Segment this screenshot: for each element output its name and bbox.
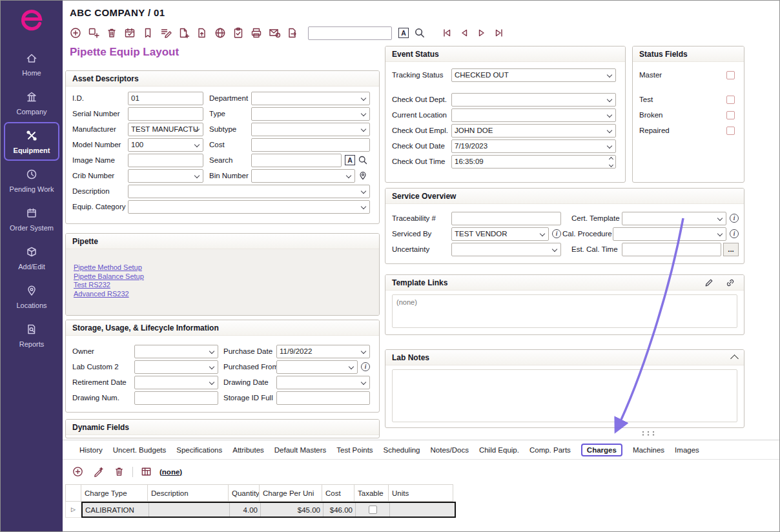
sidebar-item-order-system[interactable]: Order System	[4, 200, 59, 238]
owner-select[interactable]	[134, 345, 218, 358]
tab-history[interactable]: History	[79, 446, 103, 454]
auto-create-wand-icon[interactable]	[91, 464, 106, 479]
check-out-empl-select[interactable]: JOHN DOE	[451, 124, 616, 138]
charges-row-cells[interactable]: CALIBRATION 4.00 $45.00 $46.00	[81, 502, 456, 518]
department-select[interactable]	[251, 92, 370, 105]
print-icon[interactable]	[249, 26, 263, 41]
grid-views-icon[interactable]	[139, 464, 154, 479]
tab-child-equip[interactable]: Child Equip.	[479, 446, 519, 454]
match-case-icon[interactable]: A	[345, 155, 355, 165]
purchased-from-select[interactable]	[276, 360, 358, 374]
bookmark-icon[interactable]	[140, 26, 155, 41]
test-checkbox[interactable]	[726, 96, 735, 104]
doc-upload-icon[interactable]	[194, 26, 209, 41]
asset-search-input[interactable]	[251, 154, 342, 167]
est-cal-time-input[interactable]	[622, 243, 721, 256]
cell-charge-type[interactable]: CALIBRATION	[83, 503, 149, 517]
link-icon[interactable]	[723, 275, 737, 290]
taxable-checkbox[interactable]	[369, 506, 377, 514]
sidebar-item-add-edit[interactable]: Add/Edit	[4, 238, 59, 277]
current-location-select[interactable]	[451, 108, 616, 122]
export-record-icon[interactable]	[285, 26, 300, 41]
splitter-handle-icon[interactable]	[640, 430, 657, 438]
collapse-icon[interactable]	[730, 354, 739, 363]
cell-description[interactable]	[149, 503, 230, 517]
pipette-balance-setup-link[interactable]: Pipette Balance Setup	[74, 272, 144, 281]
repaired-checkbox[interactable]	[726, 127, 735, 135]
pipette-method-setup-link[interactable]: Pipette Method Setup	[74, 263, 142, 272]
lab-notes-content[interactable]	[392, 369, 737, 422]
drawing-num-input[interactable]	[134, 391, 218, 405]
tab-attributes[interactable]: Attributes	[232, 446, 264, 454]
delete-charge-icon[interactable]	[112, 464, 127, 479]
next-record-icon[interactable]	[474, 26, 489, 41]
column-header-taxable[interactable]: Taxable	[354, 484, 389, 502]
sidebar-item-reports[interactable]: Reports	[4, 316, 59, 354]
bin-number-select[interactable]	[251, 169, 355, 183]
row-expander[interactable]: ▷	[65, 502, 81, 518]
search-icon[interactable]	[412, 26, 427, 41]
lab-custom-2-select[interactable]	[134, 360, 218, 374]
sidebar-item-pending-work[interactable]: Pending Work	[4, 161, 59, 200]
tab-uncert-budgets[interactable]: Uncert. Budgets	[113, 446, 166, 454]
info-icon[interactable]: i	[730, 229, 739, 238]
cost-input[interactable]	[251, 138, 370, 152]
info-icon[interactable]: i	[730, 214, 739, 223]
column-header-charge-type[interactable]: Charge Type	[81, 484, 148, 502]
edit-record-icon[interactable]	[158, 26, 173, 41]
manufacturer-select[interactable]: TEST MANUFACTU	[128, 123, 203, 136]
column-header-cost[interactable]: Cost	[322, 484, 354, 502]
tab-images[interactable]: Images	[675, 446, 699, 454]
view-selector-link[interactable]: (none)	[159, 468, 182, 476]
id-input[interactable]: 01	[128, 92, 203, 105]
crib-number-select[interactable]	[128, 169, 203, 183]
tab-machines[interactable]: Machines	[633, 446, 664, 454]
tab-specifications[interactable]: Specifications	[176, 446, 222, 454]
toolbar-search-input[interactable]	[308, 26, 392, 40]
check-out-time-spinner[interactable]: 16:35:09	[451, 155, 616, 169]
delete-icon[interactable]	[104, 26, 119, 41]
sidebar-item-locations[interactable]: Locations	[4, 277, 59, 316]
cell-quantity[interactable]: 4.00	[230, 503, 261, 517]
sidebar-item-company[interactable]: Company	[4, 83, 59, 122]
image-name-input[interactable]	[128, 154, 203, 167]
previous-record-icon[interactable]	[457, 26, 471, 41]
email-icon[interactable]	[267, 26, 282, 41]
clipboard-check-icon[interactable]	[231, 26, 245, 41]
description-select[interactable]	[128, 185, 370, 198]
last-record-icon[interactable]	[491, 26, 506, 41]
cell-charge-per-unit[interactable]: $45.00	[261, 503, 323, 517]
column-header-units[interactable]: Units	[389, 484, 453, 502]
cell-units[interactable]	[390, 503, 455, 517]
subtype-select[interactable]	[251, 123, 370, 136]
check-out-date-select[interactable]: 7/19/2023	[451, 139, 616, 153]
sidebar-item-home[interactable]: Home	[4, 45, 59, 83]
spinner-arrows-icon[interactable]	[610, 158, 613, 167]
tab-comp-parts[interactable]: Comp. Parts	[529, 446, 571, 454]
broken-checkbox[interactable]	[726, 111, 735, 119]
drawing-date-select[interactable]	[276, 376, 370, 389]
cert-template-select[interactable]	[622, 212, 726, 225]
tab-notes-docs[interactable]: Notes/Docs	[430, 446, 468, 454]
cell-cost[interactable]: $46.00	[323, 503, 356, 517]
tracking-status-select[interactable]: CHECKED OUT	[451, 68, 616, 82]
tab-test-points[interactable]: Test Points	[336, 446, 373, 454]
batch-add-icon[interactable]	[86, 26, 101, 41]
tab-scheduling[interactable]: Scheduling	[384, 446, 420, 454]
calendar-check-icon[interactable]	[122, 26, 137, 41]
tab-charges[interactable]: Charges	[581, 444, 622, 456]
bin-location-pin-icon[interactable]	[355, 169, 370, 183]
add-charge-icon[interactable]	[70, 464, 85, 479]
model-number-select[interactable]: 100	[128, 138, 203, 152]
purchase-date-select[interactable]: 11/9/2022	[276, 345, 370, 358]
info-icon[interactable]: i	[552, 229, 561, 238]
serial-number-input[interactable]	[128, 107, 203, 121]
edit-pencil-icon[interactable]	[701, 275, 716, 290]
tab-default-masters[interactable]: Default Masters	[274, 446, 327, 454]
equip-category-select[interactable]	[128, 200, 370, 214]
info-icon[interactable]: i	[361, 362, 370, 371]
column-header-description[interactable]: Description	[148, 484, 229, 502]
master-checkbox[interactable]	[726, 71, 735, 79]
uncertainty-select[interactable]	[451, 243, 561, 256]
search-icon[interactable]	[355, 153, 370, 168]
